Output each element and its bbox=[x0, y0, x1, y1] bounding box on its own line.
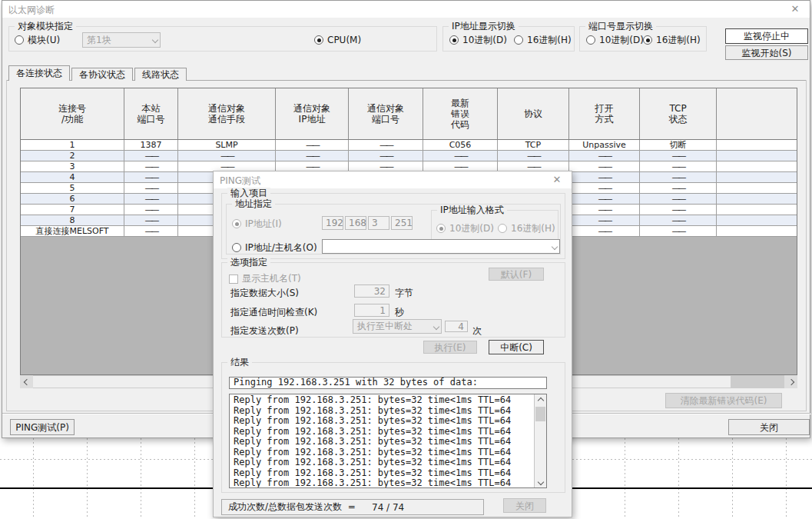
target-module-group: 对象模块指定 模块(U) 第1块 CPU(M) bbox=[8, 26, 437, 52]
ping-close-icon[interactable]: ✕ bbox=[547, 173, 567, 187]
execute-button[interactable]: 执行(E) bbox=[423, 341, 477, 354]
result-listbox[interactable]: Reply from 192.168.3.251: bytes=32 time<… bbox=[229, 394, 547, 488]
table-cell: —— bbox=[124, 226, 178, 236]
result-line: Reply from 192.168.3.251: bytes=32 time<… bbox=[230, 437, 533, 447]
port-display-group: 端口号显示切换 10进制(D) 16进制(H) bbox=[579, 26, 707, 52]
table-cell: —— bbox=[640, 215, 717, 225]
table-header-cell: 协议 bbox=[498, 88, 569, 139]
scroll-right-button[interactable] bbox=[784, 375, 797, 388]
port-display-dec-radio[interactable]: 10进制(D) bbox=[586, 35, 644, 45]
table-header-cell: 连接号 /功能 bbox=[21, 88, 124, 139]
table-cell: 禁 bbox=[21, 236, 102, 237]
show-hostname-checkbox[interactable]: 显示主机名(T) bbox=[229, 272, 301, 285]
table-cell: Unpassive bbox=[569, 140, 640, 150]
table-cell: —— bbox=[640, 194, 717, 204]
table-row: 11387SLMP————C056TCPUnpassive切断禁 bbox=[21, 140, 797, 151]
send-mode-combo[interactable]: 执行至中断处 bbox=[353, 319, 442, 334]
table-header-cell: 最新 错误 代码 bbox=[423, 88, 498, 139]
ip-octet-2-field[interactable]: 168 bbox=[345, 216, 366, 230]
clear-error-code-button[interactable]: 清除最新错误代码(E) bbox=[665, 393, 782, 408]
host-name-radio[interactable]: IP地址/主机名(O) bbox=[232, 242, 317, 253]
scroll-left-button[interactable] bbox=[20, 375, 33, 388]
port-display-hex-radio[interactable]: 16进制(H) bbox=[643, 35, 701, 45]
ping-stats-value: 74 / 74 bbox=[372, 502, 404, 513]
table-cell: 5 bbox=[21, 183, 124, 193]
chevron-down-icon bbox=[433, 323, 439, 329]
table-cell: 1 bbox=[21, 140, 124, 150]
result-vscrollbar[interactable] bbox=[534, 394, 546, 487]
result-line: Reply from 192.168.3.251: bytes=32 time<… bbox=[230, 427, 533, 437]
ip-address-radio[interactable]: IP地址(I) bbox=[232, 218, 282, 229]
table-header-cell: 通信对象 端口号 bbox=[349, 88, 423, 139]
table-cell: —— bbox=[124, 183, 178, 193]
ip-octet-3-field[interactable]: 3 bbox=[368, 216, 389, 230]
scroll-down-button[interactable] bbox=[535, 476, 546, 487]
main-close-icon[interactable]: ✕ bbox=[785, 2, 805, 16]
table-cell: —— bbox=[124, 194, 178, 204]
tab-strip: 各连接状态 各协议状态 线路状态 bbox=[8, 65, 188, 81]
chevron-down-icon bbox=[537, 478, 543, 484]
data-size-label: 指定数据大小(S) bbox=[230, 287, 299, 300]
cpu-radio[interactable]: CPU(M) bbox=[314, 35, 361, 45]
ping-test-button[interactable]: PING测试(P) bbox=[10, 419, 75, 435]
ip-display-dec-radio[interactable]: 10进制(D) bbox=[449, 35, 507, 45]
ip-format-group: IP地址输入格式 10进制(D) 16进制(H) bbox=[431, 210, 558, 242]
timeout-unit: 秒 bbox=[395, 306, 404, 319]
table-cell: 6 bbox=[21, 194, 124, 204]
table-header-row: 连接号 /功能本站 端口号通信对象 通信手段通信对象 IP地址通信对象 端口号最… bbox=[21, 88, 797, 140]
table-header-cell: TCP 状态 bbox=[640, 88, 717, 139]
radio-dot bbox=[498, 224, 507, 233]
vscroll-thumb[interactable] bbox=[535, 407, 545, 421]
timeout-field[interactable]: 1 bbox=[354, 304, 389, 317]
radio-dot bbox=[232, 243, 241, 252]
table-cell: —— bbox=[569, 151, 640, 161]
format-hex-radio[interactable]: 16进制(H) bbox=[498, 223, 555, 234]
table-cell: —— bbox=[640, 161, 717, 171]
main-close-button[interactable]: 关闭 bbox=[728, 419, 810, 435]
address-spec-label: 地址指定 bbox=[232, 198, 275, 209]
default-button[interactable]: 默认(F) bbox=[489, 268, 544, 281]
ping-close-button[interactable]: 关闭 bbox=[503, 498, 546, 513]
table-cell: —— bbox=[640, 205, 717, 215]
ip-octet-1-field[interactable]: 192 bbox=[322, 216, 343, 230]
scroll-up-button[interactable] bbox=[535, 394, 546, 406]
module-number-combo[interactable]: 第1块 bbox=[82, 32, 161, 48]
ip-display-group-label: IP地址显示切换 bbox=[449, 21, 519, 32]
ping-stats-box: 成功次数/总数据包发送次数 = 74 / 74 bbox=[221, 499, 484, 515]
table-cell: 4 bbox=[21, 172, 124, 182]
result-line: Reply from 192.168.3.251: bytes=32 time<… bbox=[230, 395, 533, 406]
tab-protocol-status[interactable]: 各协议状态 bbox=[71, 68, 133, 81]
chevron-down-icon bbox=[152, 37, 158, 43]
monitor-start-button[interactable]: 监视开始(S) bbox=[725, 45, 808, 60]
table-cell: 直接连接MELSOFT bbox=[21, 226, 124, 236]
table-cell: 切断 bbox=[640, 140, 717, 150]
result-header-text: Pinging 192.168.3.251 with 32 bytes of d… bbox=[230, 378, 546, 388]
host-name-combo[interactable] bbox=[322, 239, 560, 254]
send-count-field[interactable]: 4 bbox=[445, 321, 468, 332]
table-cell: —— bbox=[276, 151, 349, 161]
send-count-unit: 次 bbox=[472, 324, 482, 338]
interrupt-button[interactable]: 中断(C) bbox=[489, 340, 544, 354]
options-label: 选项指定 bbox=[227, 257, 270, 268]
radio-dot bbox=[15, 35, 24, 45]
ip-display-hex-radio[interactable]: 16进制(H) bbox=[514, 35, 572, 45]
result-label: 结果 bbox=[227, 357, 252, 368]
table-cell: TCP bbox=[498, 140, 569, 150]
chevron-down-icon bbox=[552, 243, 558, 249]
table-row: 2———————————————— bbox=[21, 151, 797, 161]
table-cell: —— bbox=[178, 151, 276, 161]
ip-octet-4-field[interactable]: 251 bbox=[391, 216, 413, 230]
table-header-cell: 打开 方式 bbox=[569, 88, 640, 139]
table-cell: 3 bbox=[21, 161, 124, 171]
table-cell: 8 bbox=[21, 215, 124, 225]
table-cell: —— bbox=[640, 151, 717, 161]
format-dec-radio[interactable]: 10进制(D) bbox=[436, 223, 494, 234]
timeout-label: 指定通信时间检查(K) bbox=[230, 306, 317, 319]
table-header-cell: 通信对象 IP地址 bbox=[276, 88, 349, 139]
chevron-right-icon bbox=[787, 378, 794, 384]
module-radio[interactable]: 模块(U) bbox=[15, 35, 60, 45]
tab-line-status[interactable]: 线路状态 bbox=[134, 68, 187, 81]
data-size-field[interactable]: 32 bbox=[354, 284, 389, 298]
tab-connection-status[interactable]: 各连接状态 bbox=[8, 65, 70, 81]
ping-dialog-title: PING测试 bbox=[220, 175, 260, 188]
